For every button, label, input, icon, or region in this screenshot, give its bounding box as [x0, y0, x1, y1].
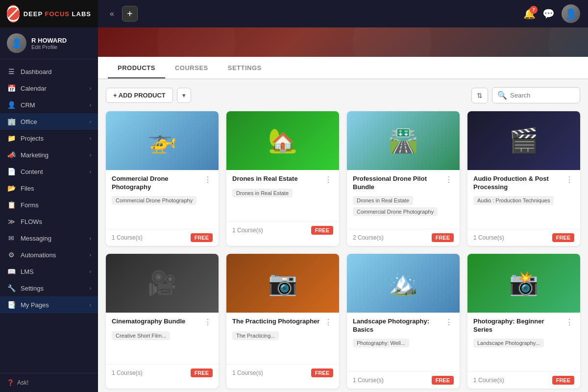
- product-image-commercial-drone: 🚁: [106, 111, 219, 170]
- chevron-icon: ›: [90, 269, 91, 274]
- chevron-icon: ›: [90, 102, 91, 108]
- tag-pill: Audio : Production Techniques: [473, 196, 554, 205]
- collapse-sidebar-button[interactable]: «: [106, 7, 118, 20]
- crm-icon: 👤: [7, 101, 16, 109]
- notifications-button[interactable]: 🔔 7: [523, 8, 536, 20]
- hero-banner: [98, 27, 588, 57]
- product-menu-button[interactable]: ⋮: [444, 318, 454, 327]
- nav-item-left: ≫ FLOWs: [7, 218, 42, 225]
- sidebar-item-settings[interactable]: 🔧 Settings ›: [0, 280, 98, 296]
- messaging-icon: ✉: [7, 234, 16, 242]
- product-menu-button[interactable]: ⋮: [203, 175, 213, 184]
- sidebar-item-dashboard[interactable]: ☰ Dashboard: [0, 63, 98, 80]
- sidebar-item-flows[interactable]: ≫ FLOWs: [0, 213, 98, 230]
- product-header: The Practicing Photographer ⋮: [232, 318, 333, 327]
- nav-item-left: 📁 Projects: [7, 134, 44, 142]
- notification-badge: 7: [530, 6, 538, 14]
- product-header: Audio Production & Post Processing ⋮: [473, 175, 574, 192]
- nav-label-projects: Projects: [21, 135, 44, 142]
- nav-item-left: 🏢 Office: [7, 118, 37, 125]
- product-title: Audio Production & Post Processing: [473, 175, 564, 192]
- avatar: 👤: [7, 33, 26, 53]
- tag-pill: Creative Short Film...: [112, 331, 170, 340]
- settings-icon: 🔧: [7, 284, 16, 292]
- product-footer: 1 Course(s) FREE: [467, 371, 580, 389]
- office-icon: 🏢: [7, 118, 16, 125]
- tag-pill: Drones in Real Estate: [353, 196, 413, 205]
- sidebar-item-lms[interactable]: 📖 LMS ›: [0, 263, 98, 280]
- message-icon: 💬: [542, 8, 555, 19]
- sidebar-item-content[interactable]: 📄 Content ›: [0, 163, 98, 180]
- tab-courses[interactable]: COURSES: [165, 58, 218, 78]
- sidebar-item-forms[interactable]: 📋 Forms: [0, 196, 98, 213]
- main-content: « + 🔔 7 💬 👤 PRODUCTSCOURSESSETTINGS: [98, 0, 588, 392]
- add-product-label: + ADD PRODUCT: [113, 92, 166, 99]
- ask-button[interactable]: ❓ Ask!: [7, 379, 91, 386]
- product-card-landscape-basics: 🏔️ Landscape Photography: Basics ⋮ Photo…: [347, 254, 460, 389]
- files-icon: 📂: [7, 184, 16, 192]
- product-tags: Commercial Drone Photography: [112, 196, 213, 220]
- sidebar-item-marketing[interactable]: 📣 Marketing ›: [0, 147, 98, 163]
- add-button[interactable]: +: [122, 6, 138, 22]
- nav-label-flows: FLOWs: [21, 218, 42, 225]
- edit-profile-link[interactable]: Edit Profile: [31, 44, 67, 50]
- course-count: 1 Course(s): [112, 234, 143, 241]
- sidebar-item-calendar[interactable]: 📅 Calendar ›: [0, 80, 98, 97]
- sidebar-item-automations[interactable]: ⚙ Automations ›: [0, 246, 98, 263]
- product-menu-button[interactable]: ⋮: [444, 175, 454, 184]
- sidebar-item-messaging[interactable]: ✉ Messaging ›: [0, 230, 98, 246]
- product-image-practicing-photographer: 📷: [226, 254, 339, 313]
- product-title: The Practicing Photographer: [232, 318, 323, 326]
- product-image-photography-beginner: 📸: [467, 254, 580, 313]
- topbar-right: 🔔 7 💬 👤: [523, 4, 580, 23]
- sidebar-item-mypages[interactable]: 📑 My Pages ›: [0, 296, 98, 313]
- course-count: 1 Course(s): [232, 227, 263, 234]
- dropdown-button[interactable]: ▾: [177, 88, 191, 103]
- nav-item-left: 📋 Forms: [7, 201, 39, 209]
- product-card-photography-beginner: 📸 Photography: Beginner Series ⋮ Landsca…: [467, 254, 580, 389]
- nav-label-crm: CRM: [21, 101, 35, 109]
- nav-label-automations: Automations: [21, 251, 56, 259]
- lms-icon: 📖: [7, 268, 16, 275]
- nav-label-files: Files: [21, 185, 34, 192]
- sidebar-item-files[interactable]: 📂 Files: [0, 180, 98, 196]
- product-footer: 1 Course(s) FREE: [467, 229, 580, 246]
- nav-label-content: Content: [21, 168, 43, 175]
- product-footer: 1 Course(s) FREE: [226, 364, 339, 381]
- course-count: 1 Course(s): [232, 369, 263, 376]
- tab-products[interactable]: PRODUCTS: [108, 58, 165, 78]
- product-menu-button[interactable]: ⋮: [564, 175, 574, 184]
- toolbar-row: + ADD PRODUCT ▾ ⇅ 🔍: [106, 87, 580, 103]
- product-menu-button[interactable]: ⋮: [203, 318, 213, 327]
- forms-icon: 📋: [7, 201, 16, 209]
- product-image-drones-real-estate: 🏡: [226, 111, 339, 170]
- free-badge: FREE: [432, 233, 454, 242]
- free-badge: FREE: [552, 233, 574, 242]
- product-image-landscape-basics: 🏔️: [347, 254, 460, 313]
- sidebar-item-crm[interactable]: 👤 CRM ›: [0, 97, 98, 113]
- nav-item-left: 📣 Marketing: [7, 151, 49, 159]
- search-input[interactable]: [510, 92, 575, 99]
- sidebar: DEEP FOCUS LABS 👤 R HOWARD Edit Profile …: [0, 0, 98, 392]
- tag-pill: Commercial Drone Photography: [112, 196, 196, 205]
- free-badge: FREE: [191, 368, 213, 377]
- product-card-drones-real-estate: 🏡 Drones in Real Estate ⋮ Drones in Real…: [226, 111, 339, 246]
- product-header: Photography: Beginner Series ⋮: [473, 318, 574, 334]
- free-badge: FREE: [191, 233, 213, 242]
- sidebar-item-projects[interactable]: 📁 Projects ›: [0, 130, 98, 147]
- product-menu-button[interactable]: ⋮: [323, 175, 333, 184]
- messages-button[interactable]: 💬: [542, 8, 555, 20]
- nav-item-left: 👤 CRM: [7, 101, 35, 109]
- product-title: Landscape Photography: Basics: [353, 318, 444, 334]
- filter-button[interactable]: ⇅: [471, 88, 488, 103]
- product-menu-button[interactable]: ⋮: [323, 318, 333, 327]
- nav-items: ☰ Dashboard 📅 Calendar › 👤 CRM › 🏢 Offic…: [0, 59, 98, 373]
- product-menu-button[interactable]: ⋮: [564, 318, 574, 327]
- tab-settings[interactable]: SETTINGS: [218, 58, 271, 78]
- profile-avatar[interactable]: 👤: [562, 4, 580, 23]
- sidebar-item-office[interactable]: 🏢 Office ›: [0, 113, 98, 130]
- add-product-button[interactable]: + ADD PRODUCT: [106, 88, 173, 103]
- product-body: Landscape Photography: Basics ⋮ Photogra…: [347, 313, 460, 368]
- course-count: 1 Course(s): [473, 234, 504, 241]
- product-body: Drones in Real Estate ⋮ Drones in Real E…: [226, 170, 339, 218]
